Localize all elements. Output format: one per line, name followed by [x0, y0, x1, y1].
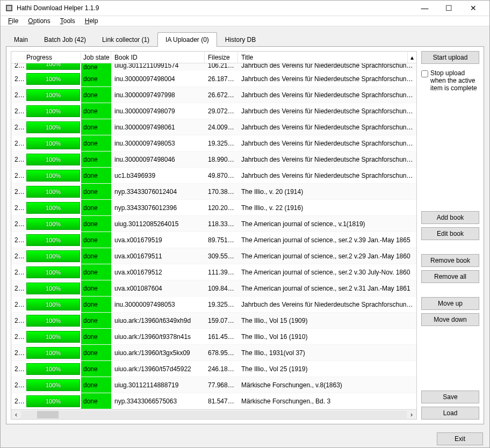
progress-bar: 100% [26, 73, 80, 85]
table-body[interactable]: 278100%doneuiug.30112110991574106.216 KB… [11, 63, 416, 409]
col-filesize[interactable]: Filesize [205, 52, 238, 63]
table-row[interactable]: 298100%doneuiug.3011211488871977.968 KBM… [11, 377, 416, 393]
progress-cell: 100% [25, 104, 81, 118]
progress-cell: 100% [25, 362, 81, 376]
menu-tools[interactable]: Tools [56, 16, 80, 26]
menu-file[interactable]: File [4, 16, 23, 26]
state-cell: done [81, 361, 111, 377]
maximize-button[interactable]: ☐ [437, 1, 461, 16]
scroll-right-icon[interactable]: › [407, 411, 416, 418]
table-row[interactable]: 299100%donenyp.3343306657506381.547 KBMä… [11, 393, 416, 409]
filesize-cell: 111.395 KB [205, 267, 238, 278]
scroll-track[interactable] [21, 411, 407, 418]
row-index: 288 [11, 219, 25, 229]
scroll-thumb[interactable] [37, 411, 59, 418]
col-progress[interactable]: Progress [25, 53, 81, 62]
progress-bar: 100% [26, 154, 80, 165]
col-state[interactable]: Job state [81, 52, 111, 63]
app-window: Hathi Download Helper 1.1.9 — ☐ ✕ File O… [0, 0, 490, 448]
minimize-button[interactable]: — [413, 1, 437, 16]
bookid-cell: inu.30000097498079 [111, 106, 205, 117]
tab-ia-uploader[interactable]: IA Uploader (0) [157, 32, 217, 47]
horizontal-scrollbar[interactable]: ‹ › [11, 409, 416, 419]
state-cell: done [81, 264, 111, 280]
table-header: Progress Job state Book ID Filesize Titl… [11, 52, 416, 63]
table-row[interactable]: 292100%doneuva.x001087604109.840 KBThe A… [11, 280, 416, 297]
move-down-button[interactable]: Move down [421, 313, 479, 326]
tab-panel: Progress Job state Book ID Filesize Titl… [6, 47, 484, 424]
edit-book-button[interactable]: Edit book [421, 227, 479, 240]
stop-upload-input[interactable] [421, 70, 428, 77]
col-title[interactable]: Title [238, 52, 408, 63]
progress-cell: 100% [25, 233, 81, 247]
table-row[interactable]: 285100%doneuc1.b349693949.870 KBJahrbuch… [11, 168, 416, 184]
bookid-cell: uva.x001679512 [111, 267, 205, 278]
load-button[interactable]: Load [421, 407, 479, 420]
table-row[interactable]: 295100%doneuiuo.ark:/13960/t9378n41s161.… [11, 329, 416, 345]
table-row[interactable]: 281100%doneinu.3000009749807929.072 KBJa… [11, 103, 416, 119]
table-row[interactable]: 278100%doneuiug.30112110991574106.216 KB… [11, 63, 416, 71]
table-row[interactable]: 284100%doneinu.3000009749804618.990 KBJa… [11, 151, 416, 168]
remove-all-button[interactable]: Remove all [421, 270, 479, 283]
state-cell: done [81, 329, 111, 344]
table-row[interactable]: 282100%doneinu.3000009749806124.009 KBJa… [11, 119, 416, 135]
sort-indicator-icon[interactable]: ▴ [408, 54, 416, 61]
close-button[interactable]: ✕ [461, 1, 485, 16]
row-index: 289 [11, 235, 25, 245]
table-row[interactable]: 296100%doneuiuo.ark:/13960/t3gx5kx09678.… [11, 345, 416, 361]
title-cell: The American journal of science., v.1(18… [238, 219, 416, 229]
save-button[interactable]: Save [421, 391, 479, 403]
tab-history[interactable]: History DB [217, 32, 264, 47]
state-cell: done [81, 119, 111, 135]
menu-help[interactable]: Help [81, 16, 103, 26]
title-cell: The Illio., Vol 25 (1919) [238, 364, 416, 374]
state-cell: done [81, 313, 111, 328]
progress-bar: 100% [26, 63, 80, 70]
progress-bar: 100% [26, 250, 80, 262]
filesize-cell: 26.187 KB [205, 74, 238, 84]
progress-cell: 100% [25, 120, 81, 134]
table-row[interactable]: 293100%doneinu.3000009749805319.325 KBJa… [11, 297, 416, 313]
table-row[interactable]: 279100%doneinu.3000009749800426.187 KBJa… [11, 71, 416, 87]
menu-options[interactable]: Options [24, 16, 54, 26]
stop-upload-checkbox[interactable]: Stop upload when the active item is comp… [421, 69, 479, 92]
progress-cell: 100% [25, 217, 81, 231]
table-row[interactable]: 286100%donenyp.33433076012404170.387 KBT… [11, 184, 416, 200]
tab-main[interactable]: Main [6, 32, 36, 47]
table-row[interactable]: 283100%doneinu.3000009749805319.325 KBJa… [11, 135, 416, 151]
bookid-cell: nyp.33433066575063 [111, 396, 205, 407]
bookid-cell: nyp.33433076012396 [111, 203, 205, 213]
exit-button[interactable]: Exit [437, 432, 483, 445]
progress-cell: 100% [25, 169, 81, 183]
scroll-left-icon[interactable]: ‹ [11, 411, 21, 418]
table-row[interactable]: 280100%doneinu.3000009749799826.672 KBJa… [11, 87, 416, 103]
tab-batch[interactable]: Batch Job (42) [36, 32, 94, 47]
row-index: 295 [11, 331, 25, 342]
remove-book-button[interactable]: Remove book [421, 254, 479, 267]
table-row[interactable]: 288100%doneuiug.30112085264015118.333 KB… [11, 216, 416, 232]
table-row[interactable]: 294100%doneuiuo.ark:/13960/t6349xh9d159.… [11, 313, 416, 329]
table-row[interactable]: 297100%doneuiuo.ark:/13960/t57d45922246.… [11, 361, 416, 377]
tab-link[interactable]: Link collector (1) [94, 32, 157, 47]
table-row[interactable]: 289100%doneuva.x00167951989.751 KBThe Am… [11, 232, 416, 248]
col-bookid[interactable]: Book ID [111, 52, 205, 63]
state-cell: done [81, 135, 111, 151]
filesize-cell: 18.990 KB [205, 154, 238, 165]
state-cell: done [81, 184, 111, 199]
filesize-cell: 170.387 KB [205, 186, 238, 197]
state-cell: done [81, 216, 111, 232]
progress-bar: 100% [26, 186, 80, 198]
progress-cell: 100% [25, 330, 81, 344]
row-index: 299 [11, 396, 25, 407]
table-row[interactable]: 290100%doneuva.x001679511309.555 KBThe A… [11, 248, 416, 264]
col-index[interactable] [11, 56, 25, 59]
table-row[interactable]: 287100%donenyp.33433076012396120.201 KBT… [11, 200, 416, 216]
filesize-cell: 109.840 KB [205, 283, 238, 294]
start-upload-button[interactable]: Start upload [421, 51, 479, 64]
add-book-button[interactable]: Add book [421, 211, 479, 224]
table-row[interactable]: 291100%doneuva.x001679512111.395 KBThe A… [11, 264, 416, 280]
row-index: 287 [11, 203, 25, 213]
state-cell: done [81, 232, 111, 248]
state-cell: done [81, 280, 111, 296]
move-up-button[interactable]: Move up [421, 297, 479, 310]
